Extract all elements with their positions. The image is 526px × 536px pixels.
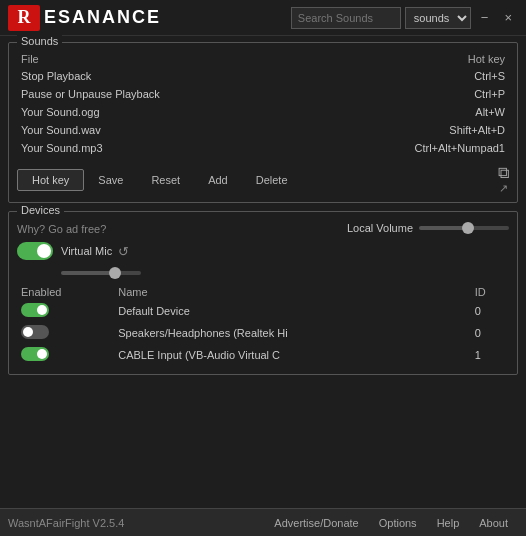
sound-file: Your Sound.wav: [17, 121, 311, 139]
options-link[interactable]: Options: [369, 517, 427, 529]
sounds-table-row[interactable]: Stop Playback Ctrl+S: [17, 67, 509, 85]
search-input[interactable]: [291, 7, 401, 29]
devices-section-label: Devices: [17, 204, 64, 216]
status-bar: WasntAFairFight V2.5.4 Advertise/Donate …: [0, 508, 526, 536]
device-toggle-cell[interactable]: [17, 344, 114, 366]
title-bar-right: sounds − ×: [291, 7, 518, 29]
col-id-header: ID: [471, 284, 509, 300]
sounds-section-label: Sounds: [17, 35, 62, 47]
ad-free-text: Why? Go ad free?: [17, 219, 106, 235]
hotkey-actions: Hot key Save Reset Add Delete ⧉ ↗: [17, 165, 509, 194]
logo-icon: R: [18, 7, 31, 28]
sounds-table-row[interactable]: Your Sound.ogg Alt+W: [17, 103, 509, 121]
device-toggle-cell[interactable]: [17, 300, 114, 322]
device-id: 0: [471, 300, 509, 322]
help-link[interactable]: Help: [427, 517, 470, 529]
virtual-mic-toggle[interactable]: [17, 242, 53, 260]
device-toggle[interactable]: [21, 325, 49, 339]
sounds-table-row[interactable]: Pause or Unpause Playback Ctrl+P: [17, 85, 509, 103]
device-toggle[interactable]: [21, 347, 49, 361]
sounds-section: Sounds File Hot key Stop Playback Ctrl+S…: [8, 42, 518, 203]
col-file-header: File: [17, 51, 311, 67]
copy-icon-2[interactable]: ↗: [499, 183, 508, 194]
main-area: Sounds File Hot key Stop Playback Ctrl+S…: [0, 36, 526, 381]
sounds-table-row[interactable]: Your Sound.wav Shift+Alt+D: [17, 121, 509, 139]
sound-file: Your Sound.mp3: [17, 139, 311, 157]
virtual-mic-row: Virtual Mic ↺: [61, 244, 129, 259]
local-volume-label: Local Volume: [347, 222, 413, 234]
device-row: CABLE Input (VB-Audio Virtual C 1: [17, 344, 509, 366]
col-hotkey-header: Hot key: [311, 51, 509, 67]
local-volume-slider[interactable]: [419, 226, 509, 230]
devices-section: Devices Why? Go ad free? Virtual Mic ↺: [8, 211, 518, 375]
copy-icons[interactable]: ⧉ ↗: [498, 165, 509, 194]
device-id: 0: [471, 322, 509, 344]
sounds-table: File Hot key Stop Playback Ctrl+S Pause …: [17, 51, 509, 157]
version-text: WasntAFairFight V2.5.4: [8, 517, 264, 529]
sound-file: Pause or Unpause Playback: [17, 85, 311, 103]
devices-top: Why? Go ad free? Virtual Mic ↺: [17, 222, 509, 278]
close-button[interactable]: ×: [498, 9, 518, 26]
sounds-table-row[interactable]: Your Sound.mp3 Ctrl+Alt+Numpad1: [17, 139, 509, 157]
device-row: Default Device 0: [17, 300, 509, 322]
device-name: Speakers/Headphones (Realtek Hi: [114, 322, 471, 344]
app-title: ESANANCE: [44, 7, 291, 28]
device-row: Speakers/Headphones (Realtek Hi 0: [17, 322, 509, 344]
about-link[interactable]: About: [469, 517, 518, 529]
sound-hotkey: Ctrl+P: [311, 85, 509, 103]
device-toggle-cell[interactable]: [17, 322, 114, 344]
toggle-slider: [17, 242, 53, 260]
title-bar: R ESANANCE sounds − ×: [0, 0, 526, 36]
save-button[interactable]: Save: [84, 170, 137, 190]
add-button[interactable]: Add: [194, 170, 242, 190]
sound-file: Stop Playback: [17, 67, 311, 85]
sounds-dropdown[interactable]: sounds: [405, 7, 471, 29]
device-name: CABLE Input (VB-Audio Virtual C: [114, 344, 471, 366]
minimize-button[interactable]: −: [475, 9, 495, 26]
advertise-link[interactable]: Advertise/Donate: [264, 517, 368, 529]
device-toggle[interactable]: [21, 303, 49, 317]
device-name: Default Device: [114, 300, 471, 322]
local-volume-row: Local Volume: [347, 222, 509, 234]
col-enabled-header: Enabled: [17, 284, 114, 300]
sound-hotkey: Shift+Alt+D: [311, 121, 509, 139]
device-id: 1: [471, 344, 509, 366]
virtual-mic-slider[interactable]: [61, 271, 141, 275]
toggle-wrap: Virtual Mic ↺: [17, 242, 347, 260]
copy-icon-1[interactable]: ⧉: [498, 165, 509, 181]
devices-table: Enabled Name ID Default Device 0 Speaker…: [17, 284, 509, 366]
virtual-mic-label: Virtual Mic: [61, 245, 112, 257]
sound-hotkey: Ctrl+S: [311, 67, 509, 85]
volume-controls: Local Volume: [347, 222, 509, 260]
hotkey-button[interactable]: Hot key: [17, 169, 84, 191]
sound-hotkey: Ctrl+Alt+Numpad1: [311, 139, 509, 157]
delete-button[interactable]: Delete: [242, 170, 302, 190]
col-name-header: Name: [114, 284, 471, 300]
ad-free-area: Why? Go ad free? Virtual Mic ↺: [17, 222, 347, 278]
logo-box: R: [8, 5, 40, 31]
sound-hotkey: Alt+W: [311, 103, 509, 121]
reset-button[interactable]: Reset: [137, 170, 194, 190]
refresh-icon[interactable]: ↺: [118, 244, 129, 259]
sound-file: Your Sound.ogg: [17, 103, 311, 121]
